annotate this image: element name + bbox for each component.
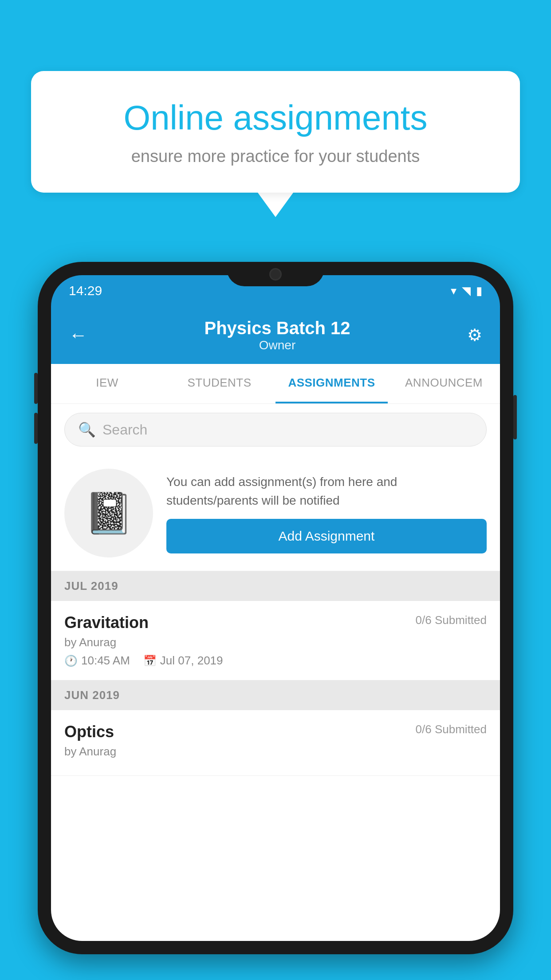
search-container: 🔍 Search (51, 404, 500, 455)
search-bar[interactable]: 🔍 Search (64, 413, 487, 447)
notebook-icon: 📓 (84, 490, 134, 537)
app-screen: ← Physics Batch 12 Owner ⚙ IEW STUDENTS … (51, 306, 500, 941)
tabs-container: IEW STUDENTS ASSIGNMENTS ANNOUNCEM (51, 364, 500, 404)
clock-icon: 🕐 (64, 655, 78, 667)
promo-icon-circle: 📓 (64, 469, 153, 557)
back-button[interactable]: ← (69, 324, 87, 346)
app-header: ← Physics Batch 12 Owner ⚙ (51, 306, 500, 364)
assignment-date: Jul 07, 2019 (160, 654, 223, 668)
promo-content: You can add assignment(s) from here and … (166, 473, 487, 553)
battery-icon: ▮ (476, 284, 482, 298)
tab-iew[interactable]: IEW (51, 364, 163, 403)
assignment-name-optics: Optics (64, 723, 114, 741)
section-header-jul: JUL 2019 (51, 571, 500, 601)
status-time: 14:29 (69, 283, 102, 298)
assignment-item-gravitation[interactable]: Gravitation 0/6 Submitted by Anurag 🕐 10… (51, 601, 500, 680)
assignment-item-optics[interactable]: Optics 0/6 Submitted by Anurag (51, 710, 500, 776)
volume-up-button (34, 373, 38, 404)
add-assignment-button[interactable]: Add Assignment (166, 519, 487, 553)
meta-time: 🕐 10:45 AM (64, 654, 130, 668)
section-header-jun: JUN 2019 (51, 680, 500, 710)
assignment-top-row: Gravitation 0/6 Submitted (64, 613, 487, 632)
assignment-submitted-optics: 0/6 Submitted (416, 723, 487, 736)
assignment-name: Gravitation (64, 613, 149, 632)
speech-bubble-subtitle: ensure more practice for your students (62, 147, 489, 166)
header-title: Physics Batch 12 (87, 318, 467, 338)
assignment-time: 10:45 AM (81, 654, 130, 668)
phone-notch (227, 262, 324, 286)
promo-text: You can add assignment(s) from here and … (166, 473, 487, 510)
meta-date: 📅 Jul 07, 2019 (143, 654, 223, 668)
settings-button[interactable]: ⚙ (467, 325, 482, 345)
status-icons: ▾ ◥ ▮ (451, 284, 482, 298)
tab-students[interactable]: STUDENTS (163, 364, 276, 403)
wifi-icon: ▾ (451, 284, 457, 298)
assignment-meta: 🕐 10:45 AM 📅 Jul 07, 2019 (64, 654, 487, 668)
search-icon: 🔍 (78, 421, 96, 438)
speech-bubble-arrow (258, 193, 293, 217)
search-placeholder: Search (102, 422, 147, 438)
speech-bubble-section: Online assignments ensure more practice … (31, 71, 520, 217)
calendar-icon: 📅 (143, 655, 157, 667)
assignment-top-row-2: Optics 0/6 Submitted (64, 723, 487, 741)
power-button (513, 395, 517, 439)
header-title-group: Physics Batch 12 Owner (87, 318, 467, 352)
promo-section: 📓 You can add assignment(s) from here an… (51, 455, 500, 571)
tab-announcements[interactable]: ANNOUNCEM (388, 364, 500, 403)
assignment-submitted: 0/6 Submitted (416, 613, 487, 627)
assignment-by-optics: by Anurag (64, 745, 487, 759)
phone-frame: 14:29 ▾ ◥ ▮ ← Physics Batch 12 Owner ⚙ I… (38, 262, 513, 954)
phone-mockup: 14:29 ▾ ◥ ▮ ← Physics Batch 12 Owner ⚙ I… (38, 262, 513, 980)
speech-bubble-title: Online assignments (62, 98, 489, 138)
tab-assignments[interactable]: ASSIGNMENTS (276, 364, 388, 403)
assignment-by: by Anurag (64, 636, 487, 649)
volume-down-button (34, 413, 38, 444)
signal-icon: ◥ (462, 284, 471, 298)
front-camera (269, 268, 282, 281)
header-subtitle: Owner (87, 338, 467, 352)
speech-bubble: Online assignments ensure more practice … (31, 71, 520, 193)
